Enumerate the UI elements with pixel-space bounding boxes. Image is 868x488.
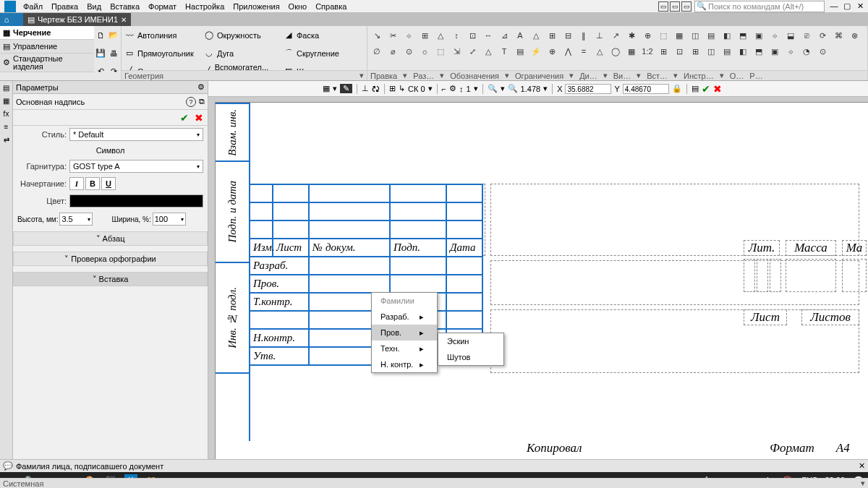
panel-icon[interactable]: ≡ <box>1 123 12 133</box>
drawing-paper: Взам. инв. Подп. и дата Инв. № подл. Лит… <box>216 103 868 459</box>
cancel-icon[interactable]: ✖ <box>195 112 203 124</box>
tb-icon[interactable]: 🔍 <box>488 84 498 93</box>
menu-view[interactable]: Вид <box>82 1 106 12</box>
ctx-item[interactable]: Пров.▸ <box>372 325 437 341</box>
height-input[interactable]: 3.5 <box>59 213 93 226</box>
tb-icon[interactable]: ▤ <box>692 84 699 93</box>
tb-icon[interactable]: ↕ <box>459 85 464 93</box>
status-bar: 💬 Фамилия лица, подписавшего документ ✕ <box>0 459 868 472</box>
tb-icon[interactable]: 🔍 <box>508 84 518 93</box>
gear-icon[interactable]: ⚙ <box>197 82 205 92</box>
save-icon[interactable]: 💾 <box>94 44 107 62</box>
menu-settings[interactable]: Настройка <box>181 1 229 12</box>
panel-icon[interactable]: ⇄ <box>1 136 12 146</box>
title-block-vertical: Взам. инв. Подп. и дата Инв. № подл. <box>216 103 250 441</box>
label-mass: Масса <box>786 240 836 256</box>
context-menu[interactable]: Фамилии Разраб.▸ Пров.▸ Техн.▸ Н. контр.… <box>371 292 438 373</box>
close-tab-icon[interactable]: ✕ <box>121 16 127 24</box>
tool-circle[interactable]: ◯Окружность <box>201 26 281 44</box>
panel-icon[interactable]: ▤ <box>1 84 12 94</box>
ribbon: ▦Черчение ▤Управление ⚙Стандартные издел… <box>0 26 868 81</box>
tool-rect[interactable]: ▭Прямоугольник <box>122 44 201 62</box>
collapse-insert[interactable]: ˅ Вставка <box>13 272 208 286</box>
mode-stdparts[interactable]: ⚙Стандартные изделия <box>0 53 94 72</box>
parameters-panel: Параметры⚙ Основная надпись ? ⧉ ✔ ✖ Стил… <box>13 81 208 459</box>
menu-help[interactable]: Справка <box>311 1 351 12</box>
menu-apps[interactable]: Приложения <box>229 1 284 12</box>
tool-arc[interactable]: ◡Дуга <box>201 44 281 62</box>
left-icon-bar: ▤ ▦ fx ≡ ⇄ <box>0 81 13 459</box>
menu-bar: Файл Правка Вид Вставка Формат Настройка… <box>0 0 868 13</box>
collapse-paragraph[interactable]: ˅ Абзац <box>13 231 208 246</box>
label-lit: Лит. <box>744 240 780 256</box>
canvas-toolbar: ▦▾ ✎ ⊥🗘 ⊞ ↳ СК 0▾ ⌐ ⚙ ↕ 1▾ 🔍▾ 🔍 1.478▾ X… <box>208 81 868 97</box>
window-layout-icons[interactable]: ▭▭▭ <box>658 1 692 12</box>
open-file-icon[interactable]: 📂 <box>107 26 120 44</box>
ribbon-quick-tools: 🗋📂 💾🖶 ↶↷ <box>94 26 122 80</box>
home-tab[interactable]: ⌂ <box>0 13 13 26</box>
collapse-spellcheck[interactable]: ˅ Проверка орфографии <box>13 252 208 266</box>
font-select[interactable]: GOST type A <box>69 160 203 173</box>
width-input[interactable]: 100 <box>153 213 186 226</box>
ctx-sub-item[interactable]: Шутов <box>438 349 503 365</box>
menu-file[interactable]: Файл <box>19 1 47 12</box>
ok-icon[interactable]: ✔ <box>702 83 710 95</box>
search-icon: 🔍 <box>697 1 707 11</box>
coord-y[interactable] <box>623 84 669 94</box>
new-file-icon[interactable]: 🗋 <box>94 26 107 44</box>
status-icon: 💬 <box>3 461 13 471</box>
menu-window[interactable]: Окно <box>284 1 312 12</box>
mode-manage[interactable]: ▤Управление <box>0 40 94 53</box>
tb-icon[interactable]: 🗘 <box>372 85 380 93</box>
panel-icon[interactable]: fx <box>1 110 12 120</box>
mode-system[interactable]: Системная▾ <box>0 478 868 488</box>
ok-icon[interactable]: ✔ <box>180 112 189 124</box>
command-search[interactable]: 🔍 Поиск по командам (Alt+/) <box>694 1 825 12</box>
tool-fillet[interactable]: ⌒Скругление <box>281 44 360 62</box>
ctx-item[interactable]: Н. контр.▸ <box>372 356 437 372</box>
panel-title: Параметры⚙ <box>13 81 208 94</box>
tb-icon[interactable]: ⌐ <box>442 85 446 93</box>
document-tab[interactable]: ▤ Чертеж БЕЗ ИМЕНИ1 ✕ <box>23 13 131 26</box>
ribbon-mode-panel: ▦Черчение ▤Управление ⚙Стандартные издел… <box>0 26 94 80</box>
ribbon-icon-grid[interactable]: ↘✂⟐⊞△↕⊡↔⊿ A△⊞⊟‖⊥↗✱⊕ ⬚▦◫▤◧⬒▣⟐⬓ ⎚⟳⌘⊗∅⌀⊙☼ ⬚… <box>367 26 867 69</box>
document-icon: ▤ <box>27 15 35 25</box>
tb-icon[interactable]: ↳ <box>399 84 405 93</box>
window-controls[interactable]: —▢✕ <box>827 1 867 11</box>
tree-icon[interactable]: ⧉ <box>199 97 205 106</box>
menu-format[interactable]: Формат <box>144 1 181 12</box>
tool-chamfer[interactable]: ◢Фаска <box>281 26 360 44</box>
ctx-item[interactable]: Техн.▸ <box>372 341 437 356</box>
tool-autoline[interactable]: 〰Автолиния <box>122 26 201 44</box>
undo-icon[interactable]: ↶ <box>94 62 107 80</box>
ctx-sub-item[interactable]: Эскин <box>438 333 503 349</box>
color-select[interactable] <box>69 194 203 207</box>
tb-icon[interactable]: ▦ <box>323 84 330 93</box>
canvas[interactable]: ▦▾ ✎ ⊥🗘 ⊞ ↳ СК 0▾ ⌐ ⚙ ↕ 1▾ 🔍▾ 🔍 1.478▾ X… <box>208 81 868 459</box>
print-icon[interactable]: 🖶 <box>107 44 120 62</box>
context-submenu[interactable]: Эскин Шутов <box>438 333 504 366</box>
tb-icon[interactable]: ⊥ <box>362 84 369 93</box>
panel-icon[interactable]: ▦ <box>1 97 12 107</box>
tb-icon[interactable]: ⊞ <box>389 84 396 93</box>
close-icon[interactable]: ✕ <box>859 461 865 471</box>
tb-icon[interactable]: 🔒 <box>672 84 682 93</box>
menu-insert[interactable]: Вставка <box>106 1 144 12</box>
document-tab-bar: ⌂ ▤ Чертеж БЕЗ ИМЕНИ1 ✕ <box>0 13 868 26</box>
ribbon-other-tools: ↘✂⟐⊞△↕⊡↔⊿ A△⊞⊟‖⊥↗✱⊕ ⬚▦◫▤◧⬒▣⟐⬓ ⎚⟳⌘⊗∅⌀⊙☼ ⬚… <box>367 26 868 80</box>
panel-actions: ✔ ✖ <box>13 110 208 126</box>
redo-icon[interactable]: ↷ <box>107 62 120 80</box>
coord-x[interactable] <box>565 84 611 94</box>
cancel-icon[interactable]: ✖ <box>713 83 722 95</box>
weight-buttons[interactable]: IBU <box>69 177 116 190</box>
ctx-heading: Фамилии <box>372 293 437 309</box>
tb-icon[interactable]: ⚙ <box>449 84 456 93</box>
panel-subtitle: Основная надпись ? ⧉ <box>13 94 208 110</box>
help-icon[interactable]: ? <box>186 97 196 107</box>
mode-drafting[interactable]: ▦Черчение <box>0 26 94 40</box>
tb-icon[interactable]: ✎ <box>340 84 352 93</box>
ctx-item[interactable]: Разраб.▸ <box>372 309 437 325</box>
symbol-heading: Символ <box>13 143 208 158</box>
menu-edit[interactable]: Правка <box>47 1 82 12</box>
style-select[interactable]: * Default <box>69 128 203 141</box>
